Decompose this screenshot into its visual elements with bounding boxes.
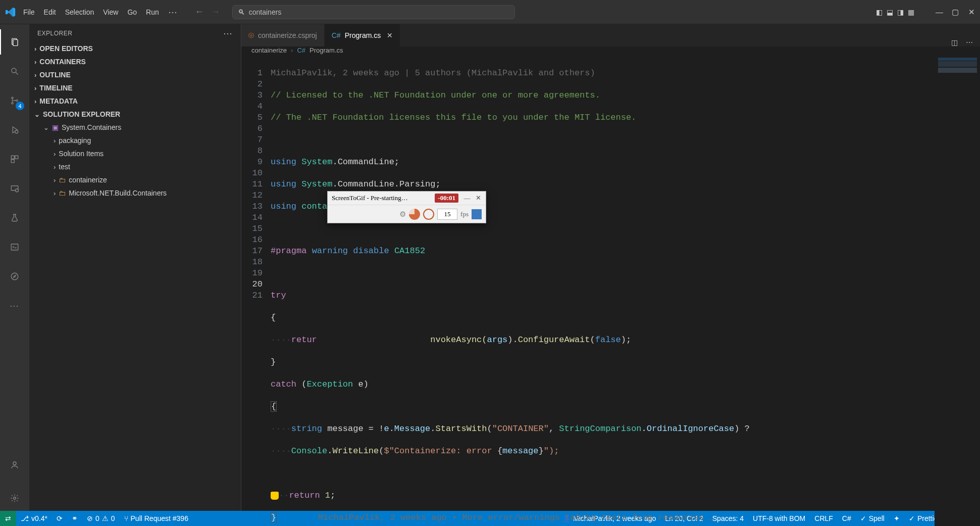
menu-edit[interactable]: Edit [44,8,56,16]
svg-rect-14 [11,244,18,250]
tab-program-cs[interactable]: C# Program.cs ✕ [325,24,400,46]
close-icon[interactable]: ✕ [473,194,484,202]
solution-icon: ▣ [52,123,59,131]
remote-explorer-icon[interactable] [0,176,29,201]
extensions-icon[interactable] [0,147,29,172]
terminal-panel-icon[interactable] [0,234,29,260]
screentogif-toolbar: ⚙ 15 fps [328,205,486,223]
maximize-icon[interactable]: ▢ [952,8,959,17]
svg-marker-16 [14,275,16,278]
minimize-icon[interactable]: ― [461,194,473,202]
tree-packaging[interactable]: ›packaging [29,134,241,147]
section-containers[interactable]: ›CONTAINERS [29,55,241,68]
menu-file[interactable]: File [23,8,35,16]
sync-icon: ⟳ [57,514,63,522]
menu-selection[interactable]: Selection [65,8,94,16]
sync-button[interactable]: ⟳ [52,511,67,526]
svg-point-6 [16,100,18,101]
menu-overflow-icon[interactable]: ⋯ [168,7,178,18]
scm-badge: 4 [16,102,24,110]
nav-back-icon[interactable]: ← [195,7,204,17]
svg-rect-10 [15,156,18,159]
section-solution-explorer[interactable]: ⌄SOLUTION EXPLORER [29,108,241,121]
git-branch[interactable]: ⎇v0.4* [16,511,52,526]
editor-tabs: ⦾ containerize.csproj C# Program.cs ✕ ◫ … [241,24,980,46]
tree-solution-items[interactable]: ›Solution Items [29,147,241,160]
error-icon: ⊘ [87,514,93,522]
crumb-file[interactable]: Program.cs [310,46,343,54]
section-outline[interactable]: ›OUTLINE [29,68,241,81]
svg-point-15 [11,273,18,280]
search-icon: 🔍︎ [238,8,245,16]
source-control-icon[interactable]: 4 [0,88,29,113]
split-editor-icon[interactable]: ◫ [951,38,958,46]
layout-panel-icon[interactable]: ⬓ [887,8,893,16]
code-content[interactable]: MichalPavlik, 2 weeks ago | 5 authors (M… [271,55,935,526]
compass-icon[interactable] [0,264,29,289]
solution-root[interactable]: ⌄▣System.Containers [29,121,241,134]
activity-bar: 4 ⋯ [0,24,29,511]
pr-icon: ⑂ [124,514,128,522]
layout-customize-icon[interactable]: ▦ [908,8,914,16]
explorer-icon[interactable] [0,29,29,55]
remote-indicator[interactable]: ⇄ [0,511,16,526]
settings-gear-icon[interactable] [0,486,29,511]
folder-icon: 🗀 [59,189,66,197]
line-numbers: 123456789101112131415161718192021 [241,55,271,526]
explorer-tree: ›OPEN EDITORS ›CONTAINERS ›OUTLINE ›TIME… [29,42,241,511]
minimize-icon[interactable]: ― [936,8,943,16]
breadcrumb[interactable]: containerize › C# Program.cs [241,46,980,55]
menu-go[interactable]: Go [127,8,137,16]
pull-request[interactable]: ⑂Pull Request #396 [120,511,193,526]
tree-containerize[interactable]: ›🗀containerize [29,173,241,186]
explorer-more-icon[interactable]: ⋯ [223,28,233,39]
menu-run[interactable]: Run [146,8,159,16]
screentogif-titlebar[interactable]: ScreenToGif - Pre-starting… -00:01 ― ✕ [328,192,486,205]
editor-more-icon[interactable]: ⋯ [966,38,973,46]
gear-icon[interactable]: ⚙ [399,210,406,219]
problems[interactable]: ⊘0 ⚠0 [82,511,120,526]
menu-view[interactable]: View [103,8,118,16]
screentogif-window[interactable]: ScreenToGif - Pre-starting… -00:01 ― ✕ ⚙… [327,191,486,223]
crumb-root[interactable]: containerize [251,46,287,54]
svg-rect-11 [11,160,14,163]
fps-input[interactable]: 15 [437,209,457,220]
section-open-editors[interactable]: ›OPEN EDITORS [29,42,241,55]
color-swatch[interactable] [472,209,482,219]
inline-blame: MichalPavlik, 2 weeks ago • More error/w… [318,513,715,522]
layout-sidebar-right-icon[interactable]: ◨ [897,8,904,16]
layout-sidebar-left-icon[interactable]: ◧ [876,8,883,16]
codelens[interactable]: MichalPavlik, 2 weeks ago | 5 authors (M… [271,68,935,79]
tab-csproj[interactable]: ⦾ containerize.csproj [241,24,325,46]
minimap[interactable] [935,55,980,526]
search-view-icon[interactable] [0,59,29,84]
record-button[interactable] [423,209,434,220]
graph-icon: ⚭ [72,514,78,522]
command-center[interactable]: 🔍︎ containers [232,5,515,19]
tab-label: containerize.csproj [258,31,317,39]
chevron-right-icon: › [291,46,293,54]
svg-point-5 [12,103,13,104]
csharp-file-icon: C# [297,46,305,54]
testing-icon[interactable] [0,205,29,230]
overflow-icon[interactable]: ⋯ [0,293,29,318]
nav-forward-icon[interactable]: → [211,7,220,17]
account-icon[interactable] [0,452,29,477]
code-editor[interactable]: 123456789101112131415161718192021 Michal… [241,55,980,526]
screentogif-timer: -00:01 [435,194,458,203]
lightbulb-icon[interactable] [271,492,279,500]
section-metadata[interactable]: ›METADATA [29,94,241,108]
tree-test[interactable]: ›test [29,160,241,173]
section-timeline[interactable]: ›TIMELINE [29,81,241,94]
warning-icon: ⚠ [102,514,109,522]
graph-button[interactable]: ⚭ [67,511,82,526]
tree-msbuild-containers[interactable]: ›🗀Microsoft.NET.Build.Containers [29,186,241,200]
close-tab-icon[interactable]: ✕ [387,31,393,39]
command-center-text: containers [249,8,282,16]
close-window-icon[interactable]: ✕ [968,8,975,17]
main-menu: File Edit Selection View Go Run [23,8,159,16]
branch-icon: ⎇ [21,514,29,522]
fps-label: fps [460,210,469,218]
run-debug-icon[interactable] [0,117,29,142]
svg-point-17 [13,462,16,465]
